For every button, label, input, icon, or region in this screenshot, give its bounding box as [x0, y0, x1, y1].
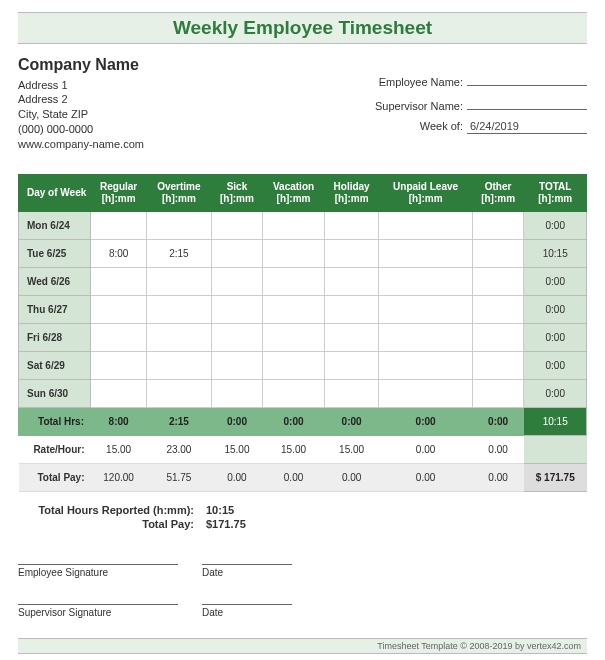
cell-regular[interactable]	[91, 267, 147, 295]
rate-vacation[interactable]: 15.00	[263, 435, 324, 463]
col-sick: Sick[h]:mm	[211, 174, 263, 211]
cell-overtime[interactable]	[147, 295, 211, 323]
cell-regular[interactable]	[91, 295, 147, 323]
cell-other[interactable]	[472, 295, 524, 323]
cell-sick[interactable]	[211, 323, 263, 351]
rate-regular[interactable]: 15.00	[91, 435, 147, 463]
cell-unpaid[interactable]	[379, 379, 472, 407]
meta-block: Employee Name: Supervisor Name: Week of:…	[375, 72, 587, 152]
cell-sick[interactable]	[211, 379, 263, 407]
supervisor-name-field[interactable]	[467, 96, 587, 110]
cell-regular[interactable]	[91, 379, 147, 407]
cell-overtime[interactable]	[147, 379, 211, 407]
pay-overtime: 51.75	[147, 463, 211, 491]
pay-other: 0.00	[472, 463, 524, 491]
totalhrs-unpaid: 0:00	[379, 407, 472, 435]
table-row: Wed 6/260:00	[19, 267, 587, 295]
cell-unpaid[interactable]	[379, 295, 472, 323]
cell-other[interactable]	[472, 351, 524, 379]
cell-overtime[interactable]	[147, 211, 211, 239]
weekof-label: Week of:	[420, 120, 463, 132]
col-other: Other[h]:mm	[472, 174, 524, 211]
cell-holiday[interactable]	[324, 239, 379, 267]
col-total: TOTAL[h]:mm	[524, 174, 587, 211]
cell-holiday[interactable]	[324, 379, 379, 407]
cell-overtime[interactable]: 2:15	[147, 239, 211, 267]
cell-holiday[interactable]	[324, 211, 379, 239]
pay-sick: 0.00	[211, 463, 263, 491]
cell-vacation[interactable]	[263, 295, 324, 323]
summary-hours-value: 10:15	[206, 504, 234, 516]
col-vacation: Vacation[h]:mm	[263, 174, 324, 211]
header-section: Company Name Address 1 Address 2 City, S…	[18, 54, 587, 152]
rate-sick[interactable]: 15.00	[211, 435, 263, 463]
rate-holiday[interactable]: 15.00	[324, 435, 379, 463]
pay-holiday: 0.00	[324, 463, 379, 491]
cell-total: 10:15	[524, 239, 587, 267]
col-unpaid: Unpaid Leave[h]:mm	[379, 174, 472, 211]
cell-sick[interactable]	[211, 351, 263, 379]
row-totalhrs: Total Hrs: 8:00 2:15 0:00 0:00 0:00 0:00…	[19, 407, 587, 435]
day-label: Sun 6/30	[19, 379, 91, 407]
cell-sick[interactable]	[211, 295, 263, 323]
summary-pay-value: $171.75	[206, 518, 246, 530]
pay-vacation: 0.00	[263, 463, 324, 491]
employee-signature-line[interactable]: Employee Signature	[18, 564, 178, 578]
cell-overtime[interactable]	[147, 323, 211, 351]
cell-other[interactable]	[472, 323, 524, 351]
cell-unpaid[interactable]	[379, 323, 472, 351]
totalhrs-label: Total Hrs:	[19, 407, 91, 435]
employee-signature-date[interactable]: Date	[202, 564, 292, 578]
col-regular: Regular[h]:mm	[91, 174, 147, 211]
company-phone: (000) 000-0000	[18, 122, 144, 137]
rate-other[interactable]: 0.00	[472, 435, 524, 463]
col-day: Day of Week	[19, 174, 91, 211]
cell-unpaid[interactable]	[379, 211, 472, 239]
cell-unpaid[interactable]	[379, 351, 472, 379]
title-bar: Weekly Employee Timesheet	[18, 12, 587, 44]
cell-holiday[interactable]	[324, 267, 379, 295]
cell-unpaid[interactable]	[379, 239, 472, 267]
cell-sick[interactable]	[211, 211, 263, 239]
supervisor-signature-date[interactable]: Date	[202, 604, 292, 618]
supervisor-signature-line[interactable]: Supervisor Signature	[18, 604, 178, 618]
cell-overtime[interactable]	[147, 351, 211, 379]
cell-vacation[interactable]	[263, 351, 324, 379]
cell-unpaid[interactable]	[379, 267, 472, 295]
cell-total: 0:00	[524, 323, 587, 351]
company-address1: Address 1	[18, 78, 144, 93]
cell-holiday[interactable]	[324, 351, 379, 379]
employee-name-field[interactable]	[467, 72, 587, 86]
cell-holiday[interactable]	[324, 323, 379, 351]
cell-regular[interactable]	[91, 211, 147, 239]
cell-sick[interactable]	[211, 267, 263, 295]
rate-overtime[interactable]: 23.00	[147, 435, 211, 463]
pay-regular: 120.00	[91, 463, 147, 491]
cell-regular[interactable]: 8:00	[91, 239, 147, 267]
cell-regular[interactable]	[91, 323, 147, 351]
cell-other[interactable]	[472, 239, 524, 267]
cell-other[interactable]	[472, 267, 524, 295]
cell-holiday[interactable]	[324, 295, 379, 323]
cell-vacation[interactable]	[263, 211, 324, 239]
signatures-block: Employee Signature Date Supervisor Signa…	[18, 564, 587, 618]
company-address2: Address 2	[18, 92, 144, 107]
cell-other[interactable]	[472, 211, 524, 239]
day-label: Mon 6/24	[19, 211, 91, 239]
cell-regular[interactable]	[91, 351, 147, 379]
cell-vacation[interactable]	[263, 267, 324, 295]
pay-label: Total Pay:	[19, 463, 91, 491]
rate-unpaid[interactable]: 0.00	[379, 435, 472, 463]
day-label: Wed 6/26	[19, 267, 91, 295]
totalhrs-total: 10:15	[524, 407, 587, 435]
weekof-field[interactable]: 6/24/2019	[467, 120, 587, 134]
cell-overtime[interactable]	[147, 267, 211, 295]
table-row: Thu 6/270:00	[19, 295, 587, 323]
cell-vacation[interactable]	[263, 379, 324, 407]
cell-vacation[interactable]	[263, 323, 324, 351]
cell-sick[interactable]	[211, 239, 263, 267]
cell-total: 0:00	[524, 351, 587, 379]
totalhrs-other: 0:00	[472, 407, 524, 435]
cell-vacation[interactable]	[263, 239, 324, 267]
cell-other[interactable]	[472, 379, 524, 407]
